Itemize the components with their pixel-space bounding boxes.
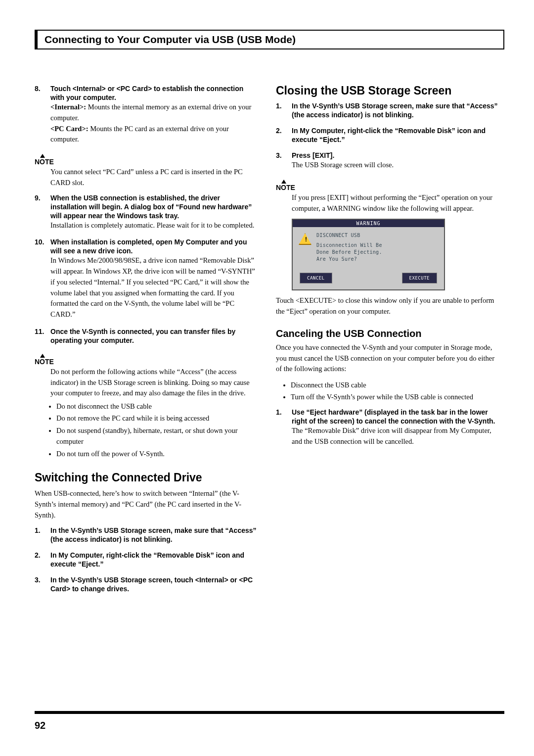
step-heading: In the V-Synth’s USB Storage screen, tou… xyxy=(50,576,253,593)
text: Are You Sure? xyxy=(316,256,382,263)
warning-triangle-icon xyxy=(299,233,312,245)
step-heading: Use “Eject hardware” (displayed in the t… xyxy=(292,408,495,425)
label-internal: <Internal>: xyxy=(50,103,86,111)
header-title: Connecting to Your Computer via USB (USB… xyxy=(44,34,296,45)
step-number: 1. xyxy=(276,102,282,110)
list-item: Do not turn off the power of V-Synth. xyxy=(56,448,257,459)
step-number: 9. xyxy=(35,194,41,202)
step-number: 1. xyxy=(35,526,41,534)
step-number: 11. xyxy=(35,328,44,335)
switch-step-2: 2. In My Computer, right-click the “Remo… xyxy=(35,551,257,568)
note-text: You cannot select “PC Card” unless a PC … xyxy=(50,167,257,189)
step-number: 10. xyxy=(35,238,44,246)
step-heading: When the USB connection is established, … xyxy=(50,194,252,220)
bullet-list: Disconnect the USB cable Turn off the V-… xyxy=(291,379,498,403)
step-8: 8. Touch <Internal> or <PC Card> to esta… xyxy=(35,84,257,145)
list-item: Disconnect the USB cable xyxy=(291,379,498,390)
note-icon: NOTE xyxy=(276,181,295,191)
step-heading: In the V-Synth’s USB Storage screen, mak… xyxy=(50,526,257,543)
step-number: 8. xyxy=(35,85,41,93)
step-body: <Internal>: Mounts the internal memory a… xyxy=(50,102,257,124)
switch-step-3: 3. In the V-Synth’s USB Storage screen, … xyxy=(35,575,257,593)
step-heading: In My Computer, right-click the “Removab… xyxy=(50,551,244,568)
section-heading: Switching the Connected Drive xyxy=(35,471,257,484)
text: DISCONNECT USB xyxy=(316,232,382,239)
step-number: 2. xyxy=(276,127,282,135)
note-text: Do not perform the following actions whi… xyxy=(50,367,257,399)
switch-step-1: 1. In the V-Synth’s USB Storage screen, … xyxy=(35,526,257,544)
warning-dialog-image: WARNING DISCONNECT USB Disconnection Wil… xyxy=(292,219,445,290)
note-icon: NOTE xyxy=(35,355,54,366)
step-heading: In My Computer, right-click the “Removab… xyxy=(292,127,486,143)
close-step-2: 2. In My Computer, right-click the “Remo… xyxy=(276,126,498,144)
after-warning-text: Touch <EXECUTE> to close this window onl… xyxy=(276,295,498,317)
left-column: 8. Touch <Internal> or <PC Card> to esta… xyxy=(35,84,257,600)
step-10: 10. When installation is completed, open… xyxy=(35,237,257,320)
list-item: Do not suspend (standby), hibernate, res… xyxy=(56,425,257,447)
step-number: 3. xyxy=(35,576,41,584)
step-heading: Press [EXIT]. xyxy=(292,151,334,159)
step-number: 1. xyxy=(276,408,282,416)
bullet-list: Do not disconnect the USB cable Do not r… xyxy=(56,401,257,459)
step-body: <PC Card>: Mounts the PC card as an exte… xyxy=(50,124,257,145)
execute-button: EXECUTE xyxy=(402,273,437,284)
right-column: Closing the USB Storage Screen 1. In the… xyxy=(276,84,498,600)
step-number: 2. xyxy=(35,551,41,559)
section-heading: Closing the USB Storage Screen xyxy=(276,84,498,97)
page-footer: 92 xyxy=(35,711,504,731)
cancel-step-1: 1. Use “Eject hardware” (displayed in th… xyxy=(276,408,498,447)
step-number: 3. xyxy=(276,151,282,159)
page-header: Connecting to Your Computer via USB (USB… xyxy=(35,30,504,49)
text: Done Before Ejecting. xyxy=(316,249,382,256)
section-intro: Once you have connected the V-Synth and … xyxy=(276,342,498,375)
step-body: Installation is completely automatic. Pl… xyxy=(50,220,257,231)
close-step-1: 1. In the V-Synth’s USB Storage screen, … xyxy=(276,101,498,119)
section-intro: When USB-connected, here’s how to switch… xyxy=(35,488,257,520)
step-body: The USB Storage screen will close. xyxy=(292,160,498,171)
step-heading: Once the V-Synth is connected, you can t… xyxy=(50,328,235,344)
warning-title: WARNING xyxy=(293,220,444,227)
two-column-layout: 8. Touch <Internal> or <PC Card> to esta… xyxy=(35,84,504,600)
section-heading: Canceling the USB Connection xyxy=(276,328,498,339)
step-9: 9. When the USB connection is establishe… xyxy=(35,193,257,231)
footer-rule xyxy=(35,711,504,714)
note-text: If you press [EXIT] without performing t… xyxy=(292,192,498,214)
page-number: 92 xyxy=(35,720,504,731)
text: Disconnection Will Be xyxy=(316,242,382,249)
step-heading: Touch <Internal> or <PC Card> to establi… xyxy=(50,85,243,101)
list-item: Do not remove the PC card while it is be… xyxy=(56,413,257,424)
step-heading: When installation is completed, open My … xyxy=(50,238,247,255)
step-11: 11. Once the V-Synth is connected, you c… xyxy=(35,327,257,345)
list-item: Turn off the V-Synth’s power while the U… xyxy=(291,391,498,402)
step-heading: In the V-Synth’s USB Storage screen, mak… xyxy=(292,102,498,119)
step-body: The “Removable Disk” drive icon will dis… xyxy=(292,425,498,447)
note-icon: NOTE xyxy=(35,155,54,166)
label-pccard: <PC Card>: xyxy=(50,125,89,133)
cancel-button: CANCEL xyxy=(300,273,332,284)
step-body: In Windows Me/2000/98/98SE, a drive icon… xyxy=(50,255,257,320)
warning-message: DISCONNECT USB Disconnection Will Be Don… xyxy=(316,232,382,263)
list-item: Do not disconnect the USB cable xyxy=(56,401,257,412)
close-step-3: 3. Press [EXIT]. The USB Storage screen … xyxy=(276,151,498,171)
